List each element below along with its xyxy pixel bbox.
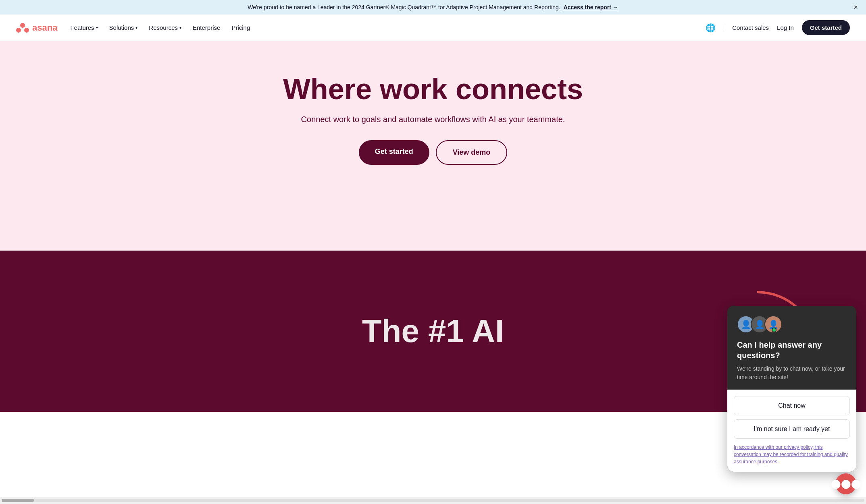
nav-item-resources[interactable]: Resources ▾ (149, 24, 181, 31)
logo-icon (16, 21, 29, 34)
login-link[interactable]: Log In (777, 24, 794, 31)
hero-title: Where work connects (16, 73, 850, 105)
nav-links: Features ▾ Solutions ▾ Resources ▾ Enter… (70, 24, 250, 31)
nav-divider (724, 24, 724, 32)
hero-get-started-button[interactable]: Get started (359, 140, 429, 165)
chat-subtitle: We're standing by to chat now, or take y… (737, 365, 847, 382)
announcement-link[interactable]: Access the report → (564, 4, 618, 10)
globe-icon[interactable]: 🌐 (706, 23, 716, 33)
nav-left: asana Features ▾ Solutions ▾ Resources ▾ (16, 21, 250, 34)
chat-header: 👤 👤 👤 Can I help answer any questions? W… (727, 306, 856, 390)
chevron-down-icon: ▾ (179, 25, 181, 30)
svg-point-0 (20, 23, 25, 28)
logo-text: asana (32, 23, 57, 33)
nav-link-enterprise[interactable]: Enterprise (193, 24, 220, 31)
chat-avatars: 👤 👤 👤 (737, 315, 847, 333)
nav-link-pricing[interactable]: Pricing (231, 24, 250, 31)
navbar: asana Features ▾ Solutions ▾ Resources ▾ (0, 15, 866, 41)
nav-right: 🌐 Contact sales Log In Get started (706, 20, 850, 35)
chat-body: Chat now I'm not sure I am ready yet In … (727, 390, 856, 412)
online-status-dot (772, 328, 776, 332)
hero-video-text: The #1 AI (362, 313, 504, 350)
chevron-down-icon: ▾ (135, 25, 137, 30)
nav-item-solutions[interactable]: Solutions ▾ (109, 24, 138, 31)
chat-title: Can I help answer any questions? (737, 340, 847, 361)
announcement-close-button[interactable]: × (854, 3, 858, 12)
chevron-down-icon: ▾ (96, 25, 98, 30)
announcement-text: We're proud to be named a Leader in the … (248, 4, 560, 10)
svg-point-2 (24, 28, 29, 33)
contact-sales-link[interactable]: Contact sales (732, 24, 769, 31)
chat-now-button[interactable]: Chat now (734, 396, 850, 412)
nav-item-features[interactable]: Features ▾ (70, 24, 98, 31)
hero-subtitle: Connect work to goals and automate workf… (16, 115, 850, 124)
hero-view-demo-button[interactable]: View demo (436, 140, 508, 165)
nav-link-resources[interactable]: Resources ▾ (149, 24, 181, 31)
nav-item-pricing[interactable]: Pricing (231, 24, 250, 31)
nav-link-solutions[interactable]: Solutions ▾ (109, 24, 138, 31)
chat-widget: 👤 👤 👤 Can I help answer any questions? W… (727, 306, 856, 412)
nav-link-features[interactable]: Features ▾ (70, 24, 98, 31)
logo[interactable]: asana (16, 21, 57, 34)
nav-item-enterprise[interactable]: Enterprise (193, 24, 220, 31)
svg-point-1 (16, 28, 21, 33)
hero-section: Where work connects Connect work to goal… (0, 41, 866, 251)
hero-buttons: Get started View demo (16, 140, 850, 165)
announcement-bar: We're proud to be named a Leader in the … (0, 0, 866, 15)
nav-get-started-button[interactable]: Get started (802, 20, 850, 35)
